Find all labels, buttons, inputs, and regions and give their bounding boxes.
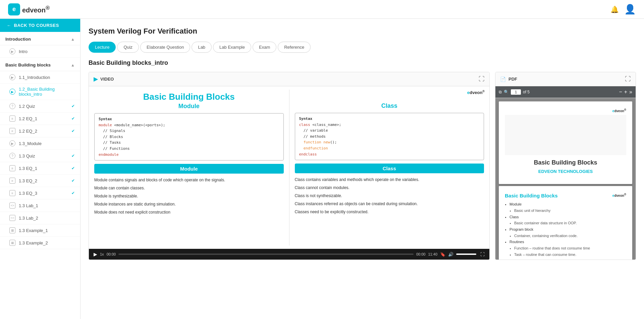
sidebar-item-1-2-quiz[interactable]: ? 1.2 Quiz ✔ — [0, 100, 80, 112]
eq-icon-5: ≡ — [9, 190, 15, 196]
logo-icon: e — [8, 3, 20, 15]
class-desc-4: Class instances referred as objects can … — [295, 201, 484, 207]
expand-pdf-icon[interactable]: ⛶ — [625, 76, 631, 83]
pdf-panel-header: 📄 PDF ⛶ — [495, 72, 636, 86]
sidebar-item-1-2-eq1[interactable]: ≡ 1.2 EQ_1 ✔ — [0, 112, 80, 125]
tab-lecture[interactable]: Lecture — [89, 42, 116, 53]
sidebar-item-intro[interactable]: ▶ Intro — [0, 45, 80, 58]
pdf-sub-module: Basic unit of hierarchy — [514, 208, 626, 214]
example-icon-1: ▦ — [9, 227, 15, 233]
slide-class-title: Class — [295, 102, 484, 109]
check-icon: ✔ — [71, 153, 75, 158]
sidebar-item-label: 1.2 Quiz — [19, 104, 35, 109]
pdf-zoom-in-button[interactable]: + — [624, 89, 627, 95]
slide-edveon-logo: edveon® — [467, 90, 485, 95]
pdf-header-text: PDF — [508, 77, 517, 82]
video-label: ▶ VIDEO — [94, 76, 114, 82]
module-desc-1: Module contains signals and blocks of co… — [94, 177, 284, 183]
media-row: ▶ VIDEO ⛶ edveon® Basic Building — [89, 72, 636, 260]
class-bar: Class — [295, 164, 484, 173]
sidebar-item-1-3-lab2[interactable]: <> 1.3 Lab_2 — [0, 212, 80, 224]
back-arrow-icon: ← — [7, 23, 11, 28]
class-desc-5: Classes need to be explicitly constructe… — [295, 209, 484, 215]
expand-video-icon[interactable]: ⛶ — [479, 76, 485, 83]
video-progress-bar[interactable] — [118, 254, 414, 255]
chevron-up-icon-2: ▲ — [71, 63, 75, 67]
video-panel-header: ▶ VIDEO ⛶ — [89, 72, 489, 86]
time-current: 00:00 — [107, 252, 116, 256]
pdf-label: 📄 PDF — [500, 77, 517, 82]
lab-icon-1: <> — [9, 202, 15, 209]
pdf-page1-image-area — [505, 115, 626, 155]
slide-main-title: Basic Building Blocks — [94, 92, 284, 102]
bell-icon[interactable]: 🔔 — [610, 5, 619, 13]
sidebar: ← BACK TO COURSES Introduction ▲ ▶ Intro… — [0, 19, 80, 319]
quiz-icon-2: ? — [9, 153, 15, 159]
section-basic-label: Basic Building blocks — [5, 62, 51, 67]
pdf-search-icon[interactable]: 🔍 — [504, 90, 509, 94]
pdf-zoom-out-button[interactable]: − — [619, 89, 622, 95]
section-intro-label: Introduction — [5, 37, 31, 42]
time-total: 11:40 — [428, 252, 437, 256]
chevron-up-icon: ▲ — [71, 37, 75, 42]
module-syntax-box: Syntax module <module_name>(<ports>); //… — [94, 113, 284, 161]
tab-elaborate-question[interactable]: Elaborate Question — [140, 42, 190, 53]
tab-exam[interactable]: Exam — [253, 42, 276, 53]
pdf-nav-button[interactable]: » — [629, 89, 632, 95]
back-to-courses-button[interactable]: ← BACK TO COURSES — [0, 19, 80, 32]
sidebar-item-1-3-eq1[interactable]: ≡ 1.3 EQ_1 ✔ — [0, 162, 80, 175]
volume-bar[interactable] — [456, 254, 476, 255]
slide-class-half: Class Syntax class <class_name>; // vari… — [289, 97, 490, 249]
tab-lab-example[interactable]: Lab Example — [213, 42, 251, 53]
nav-icons: 🔔 👤 — [610, 4, 636, 15]
sidebar-item-label: 1.3 EQ_1 — [19, 166, 37, 171]
play-button[interactable]: ▶ — [94, 252, 97, 257]
time-display2: 00:00 — [416, 252, 426, 256]
check-icon: ✔ — [71, 116, 75, 121]
sidebar-item-1-3-module[interactable]: ▶ 1.3_Module — [0, 137, 80, 150]
slide-module-half: Basic Building Blocks Module Syntax modu… — [89, 86, 289, 249]
play-icon-1: ▶ — [9, 74, 15, 80]
eq-icon-4: ≡ — [9, 178, 15, 184]
sidebar-item-1-2-basic[interactable]: ▶ 1.2_Basic Building blocks_intro — [0, 84, 80, 100]
pdf-page2-title: Basic Building Blocks — [505, 193, 558, 198]
user-avatar[interactable]: 👤 — [624, 4, 636, 15]
sidebar-section-introduction[interactable]: Introduction ▲ — [0, 32, 80, 45]
sidebar-item-1-3-example2[interactable]: ▦ 1.3 Example_2 — [0, 237, 80, 249]
pdf-page1-logo: edveon® — [505, 108, 626, 113]
pdf-page2-logo: edveon® — [612, 193, 626, 197]
quiz-icon: ? — [9, 103, 15, 109]
bookmark-icon[interactable]: 🔖 — [440, 252, 445, 257]
sidebar-item-1-3-eq3[interactable]: ≡ 1.3 EQ_3 ✔ — [0, 187, 80, 199]
pdf-panel: 📄 PDF ⛶ ⧉ 🔍 of 5 − + » — [495, 72, 636, 260]
pdf-sub-routine-task: Task – routine that can consume time. — [514, 252, 626, 258]
sidebar-item-1-3-example1[interactable]: ▦ 1.3 Example_1 — [0, 224, 80, 237]
sidebar-item-label: 1.3 Quiz — [19, 153, 35, 158]
tab-lab[interactable]: Lab — [192, 42, 212, 53]
pdf-layers-icon: ⧉ — [499, 90, 502, 94]
pdf-list-item-class: Class Basic container data structure in … — [509, 214, 626, 226]
volume-icon[interactable]: 🔊 — [448, 252, 453, 257]
tab-quiz[interactable]: Quiz — [117, 42, 139, 53]
logo: e edveon® — [8, 3, 50, 15]
sidebar-section-basic-building[interactable]: Basic Building blocks ▲ — [0, 58, 80, 71]
tab-reference[interactable]: Reference — [278, 42, 311, 53]
sidebar-item-label: Intro — [19, 49, 28, 54]
pdf-page-input[interactable] — [511, 89, 521, 95]
example-icon-2: ▦ — [9, 240, 15, 246]
eq-icon-1: ≡ — [9, 116, 15, 122]
sidebar-item-label: 1.1_Introduction — [19, 75, 50, 80]
sidebar-item-1-3-lab1[interactable]: <> 1.3 Lab_1 — [0, 199, 80, 212]
check-icon: ✔ — [71, 129, 75, 133]
sidebar-item-label: 1.3 EQ_3 — [19, 191, 37, 196]
fullscreen-icon[interactable]: ⛶ — [480, 252, 485, 257]
sidebar-item-label: 1.2_Basic Building blocks_intro — [19, 87, 75, 97]
sidebar-item-1-3-quiz[interactable]: ? 1.3 Quiz ✔ — [0, 150, 80, 162]
content-area: System Verilog For Verification Lecture … — [80, 19, 644, 319]
pdf-page2-list: Module Basic unit of hierarchy Class Bas… — [505, 201, 626, 258]
sidebar-item-1-1-intro[interactable]: ▶ 1.1_Introduction — [0, 71, 80, 84]
sidebar-item-1-2-eq2[interactable]: ≡ 1.2 EQ_2 ✔ — [0, 125, 80, 137]
play-circle-icon: ▶ — [94, 76, 98, 82]
check-icon: ✔ — [71, 166, 75, 171]
sidebar-item-1-3-eq2[interactable]: ≡ 1.3 EQ_2 ✔ — [0, 175, 80, 187]
